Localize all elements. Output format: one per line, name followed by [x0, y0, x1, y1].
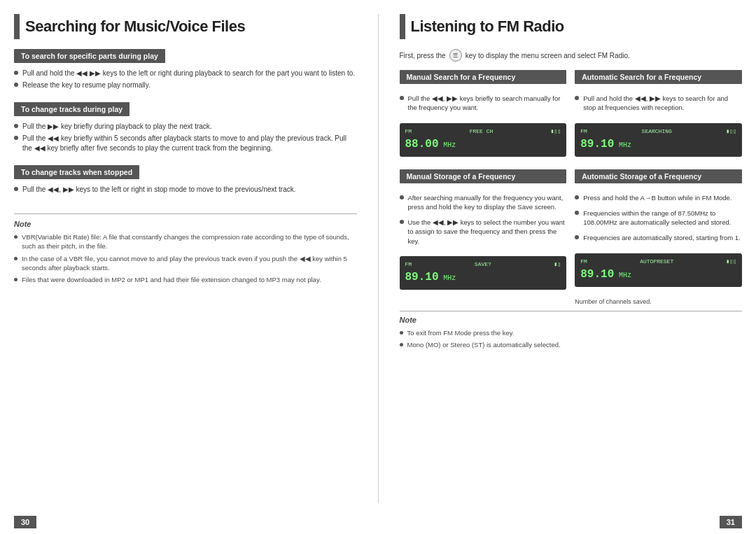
page-footer: 30 31 [0, 510, 756, 534]
note-bullet [400, 331, 403, 335]
bullet-dot [14, 83, 18, 87]
left-note-section: Note VBR(Variable Bit Rate) file: A file… [14, 213, 357, 287]
right-note-section: Note To exit from FM Mode press the key.… [400, 311, 743, 353]
bullet-dot [575, 96, 579, 100]
search-specific-header: To search for specific parts during play [14, 49, 165, 63]
manual-storage-bullet-1: After searching manually for the frequen… [400, 193, 567, 212]
auto-search-bullet-1: Pull and hold the ◀◀, ▶▶ keys to search … [575, 94, 742, 113]
left-page-title: Searching for Music/Voice Files [14, 14, 357, 39]
note-bullet [400, 343, 403, 346]
fm-note-item-1: To exit from FM Mode press the key. [400, 328, 743, 337]
bullet-dot [14, 71, 18, 75]
note-item-1: VBR(Variable Bit Rate) file: A file that… [14, 232, 357, 251]
bullet-dot [400, 96, 404, 100]
left-note-title: Note [14, 220, 357, 228]
auto-search-display: FM SEARCHING ▮▯▯ 89.10 MHz [575, 123, 742, 157]
change-tracks-play-section: To change tracks during play Pull the ▶▶… [14, 102, 357, 155]
change-tracks-play-header: To change tracks during play [14, 102, 130, 116]
note-bullet [14, 257, 18, 260]
auto-storage-section: Automatic Storage of a Frequency Press a… [575, 169, 742, 305]
right-page-number: 31 [720, 516, 742, 528]
change-tracks-play-bullet-2: Pull the ◀◀ key briefly within 5 seconds… [14, 134, 357, 153]
bullet-dot [575, 195, 579, 199]
bullet-dot [575, 235, 579, 239]
note-item-3: Files that were downloaded in MP2 or MP1… [14, 275, 357, 284]
auto-search-section: Automatic Search for a Frequency Pull an… [575, 70, 742, 161]
manual-storage-bullet-2: Use the ◀◀, ▶▶ keys to select the number… [400, 218, 567, 246]
change-tracks-stopped-header: To change tracks when stopped [14, 165, 139, 179]
left-page-number: 30 [14, 516, 36, 528]
note-item-2: In the case of a VBR file, you cannot mo… [14, 254, 357, 273]
channels-saved-text: Number of channels saved. [575, 298, 742, 305]
right-page: Listening to FM Radio First, press the ☰… [378, 14, 743, 503]
manual-search-section: Manual Search for a Frequency Pull the ◀… [400, 70, 567, 161]
search-specific-bullet-2: Release the key to resume play normally. [14, 80, 357, 90]
fm-note-item-2: Mono (MO) or Stereo (ST) is automaticall… [400, 340, 743, 349]
note-bullet [14, 235, 18, 239]
auto-storage-bullet-3: Frequencies are automatically stored, st… [575, 233, 742, 242]
title-bar-decoration [14, 14, 20, 39]
bullet-dot [400, 220, 404, 224]
bullet-dot [400, 195, 404, 199]
change-tracks-stopped-section: To change tracks when stopped Pull the ◀… [14, 165, 357, 197]
right-title-bar-decoration [400, 14, 405, 39]
manual-search-display: FM FREE CH ▮▯▯ 88.00 MHz [400, 123, 567, 157]
bullet-dot [575, 211, 579, 215]
right-title-text: Listening to FM Radio [411, 17, 564, 36]
auto-storage-bullet-1: Press and hold the A→B button while in F… [575, 193, 742, 202]
bullet-dot [14, 187, 18, 191]
manual-storage-header: Manual Storage of a Frequency [400, 169, 567, 183]
auto-search-header: Automatic Search for a Frequency [575, 70, 742, 84]
search-specific-section: To search for specific parts during play… [14, 49, 357, 92]
fm-sections-grid: Manual Search for a Frequency Pull the ◀… [400, 70, 743, 305]
change-tracks-play-bullet-1: Pull the ▶▶ key briefly during playback … [14, 122, 357, 132]
first-press-note: First, press the ☰ key to display the me… [400, 49, 743, 62]
manual-search-bullet-1: Pull the ◀◀, ▶▶ keys briefly to search m… [400, 94, 567, 113]
auto-storage-header: Automatic Storage of a Frequency [575, 169, 742, 183]
right-note-title: Note [400, 316, 743, 324]
bullet-dot [14, 124, 18, 128]
left-page: Searching for Music/Voice Files To searc… [14, 14, 357, 503]
manual-search-header: Manual Search for a Frequency [400, 70, 567, 84]
auto-storage-display: FM AUTOPRESET ▮▯▯ 89.10 MHz [575, 253, 742, 287]
left-title-text: Searching for Music/Voice Files [25, 17, 245, 36]
note-bullet [14, 278, 18, 281]
change-tracks-stopped-bullet-1: Pull the ◀◀, ▶▶ keys to the left or righ… [14, 185, 357, 195]
menu-key-icon: ☰ [449, 49, 462, 62]
search-specific-bullet-1: Pull and hold the ◀◀ ▶▶ keys to the left… [14, 69, 357, 78]
bullet-dot [14, 136, 18, 140]
right-page-title: Listening to FM Radio [400, 14, 743, 39]
manual-storage-display: FM SAVE? ▮▯ 89.10 MHz [400, 256, 567, 290]
manual-storage-section: Manual Storage of a Frequency After sear… [400, 169, 567, 305]
auto-storage-bullet-2: Frequencies within the range of 87.50MHz… [575, 209, 742, 227]
